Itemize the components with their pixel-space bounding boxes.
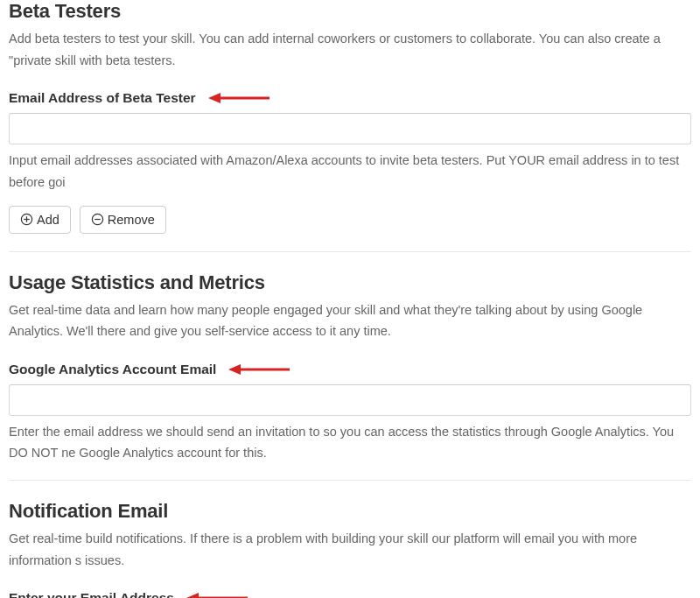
field-label-notification-email: Enter your Email Address xyxy=(9,590,174,598)
help-text-beta: Input email addresses associated with Am… xyxy=(9,150,691,193)
plus-circle-icon xyxy=(20,213,33,226)
button-row-beta: Add Remove xyxy=(9,206,691,234)
section-beta-testers: Beta Testers Add beta testers to test yo… xyxy=(9,0,691,234)
add-button-label: Add xyxy=(37,213,60,227)
field-label-row-beta: Email Address of Beta Tester xyxy=(9,90,691,106)
minus-circle-icon xyxy=(91,213,104,226)
remove-button[interactable]: Remove xyxy=(80,206,166,234)
svg-marker-1 xyxy=(208,93,220,103)
section-title-notification: Notification Email xyxy=(9,500,691,523)
annotation-arrow-icon xyxy=(186,592,248,598)
field-label-row-usage: Google Analytics Account Email xyxy=(9,362,691,377)
section-notification-email: Notification Email Get real-time build n… xyxy=(9,500,691,598)
section-usage-statistics: Usage Statistics and Metrics Get real-ti… xyxy=(9,271,691,465)
section-divider xyxy=(9,251,691,252)
beta-tester-email-input[interactable] xyxy=(9,113,691,144)
svg-marker-8 xyxy=(228,364,241,375)
annotation-arrow-icon xyxy=(208,92,270,104)
help-text-usage: Enter the email address we should send a… xyxy=(9,421,691,464)
field-label-ga-email: Google Analytics Account Email xyxy=(9,362,216,377)
remove-button-label: Remove xyxy=(108,213,155,227)
field-label-row-notification: Enter your Email Address xyxy=(9,590,691,598)
section-desc-beta: Add beta testers to test your skill. You… xyxy=(9,28,691,71)
section-title-beta: Beta Testers xyxy=(9,0,691,23)
section-title-usage: Usage Statistics and Metrics xyxy=(9,271,691,294)
ga-account-email-input[interactable] xyxy=(9,384,691,416)
svg-marker-10 xyxy=(186,593,199,598)
section-desc-usage: Get real-time data and learn how many pe… xyxy=(9,299,691,342)
section-divider xyxy=(9,480,691,481)
section-desc-notification: Get real-time build notifications. If th… xyxy=(9,528,691,571)
annotation-arrow-icon xyxy=(228,363,290,376)
add-button[interactable]: Add xyxy=(9,206,71,234)
field-label-beta-email: Email Address of Beta Tester xyxy=(9,90,196,106)
